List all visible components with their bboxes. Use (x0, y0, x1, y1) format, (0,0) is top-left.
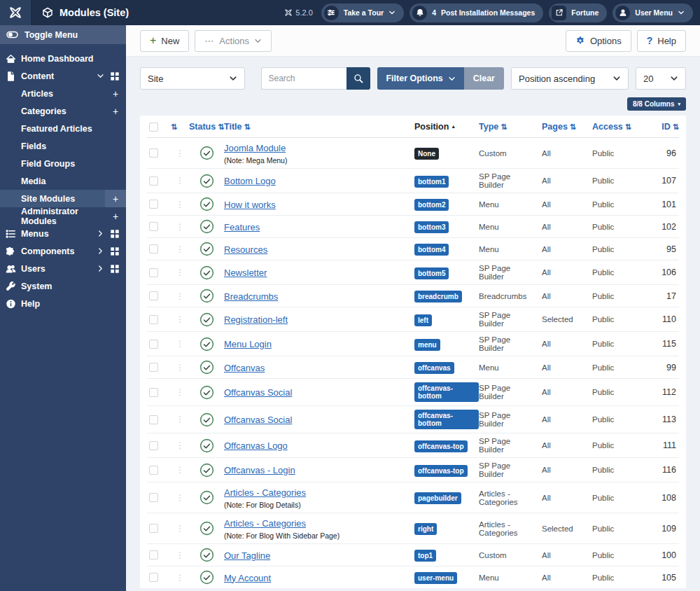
module-title-link[interactable]: Registration-left (224, 314, 288, 325)
drag-handle-icon[interactable]: ⋮ (171, 244, 189, 254)
dashboard-grid-icon[interactable] (110, 264, 120, 274)
row-checkbox[interactable] (149, 415, 158, 424)
sidebar-item-home-dashboard[interactable]: Home Dashboard (0, 50, 126, 67)
row-checkbox[interactable] (149, 550, 158, 559)
status-published-icon[interactable] (200, 174, 214, 188)
drag-handle-icon[interactable]: ⋮ (171, 291, 189, 301)
module-title-link[interactable]: How it works (224, 200, 276, 210)
toggle-menu-button[interactable]: Toggle Menu (0, 25, 126, 44)
row-checkbox[interactable] (149, 466, 158, 475)
add-icon[interactable]: + (105, 102, 126, 120)
help-button[interactable]: ? Help (637, 30, 686, 52)
drag-handle-icon[interactable]: ⋮ (171, 573, 189, 583)
clear-button[interactable]: Clear (464, 67, 504, 90)
drag-handle-icon[interactable]: ⋮ (171, 415, 189, 424)
status-published-icon[interactable] (200, 288, 214, 303)
access-column-header[interactable]: Access⇅ (592, 122, 648, 132)
row-checkbox[interactable] (149, 441, 158, 450)
sidebar-item-components[interactable]: Components (0, 242, 126, 260)
row-checkbox[interactable] (149, 573, 158, 582)
dashboard-grid-icon[interactable] (110, 246, 120, 256)
status-published-icon[interactable] (200, 146, 214, 160)
drag-handle-icon[interactable]: ⋮ (171, 200, 189, 209)
sidebar-item-categories[interactable]: Categories + (0, 102, 126, 120)
sidebar-item-users[interactable]: Users (0, 260, 126, 277)
module-title-link[interactable]: Menu Login (224, 339, 272, 349)
module-title-link[interactable]: Resources (224, 244, 267, 255)
search-input[interactable] (261, 67, 346, 90)
module-title-link[interactable]: Offcanvas Logo (224, 440, 288, 451)
drag-handle-icon[interactable]: ⋮ (171, 363, 189, 373)
sidebar-item-articles[interactable]: Articles + (0, 85, 126, 102)
status-published-icon[interactable] (200, 197, 214, 211)
status-published-icon[interactable] (200, 463, 214, 478)
module-title-link[interactable]: Offcanvas Social (224, 415, 292, 425)
new-button[interactable]: + New (140, 30, 189, 52)
status-published-icon[interactable] (200, 360, 214, 375)
row-checkbox[interactable] (149, 148, 158, 158)
module-title-link[interactable]: Articles - Categories (224, 518, 306, 529)
row-checkbox[interactable] (149, 388, 158, 397)
sidebar-item-menus[interactable]: Menus (0, 225, 126, 242)
row-checkbox[interactable] (149, 268, 158, 277)
module-title-link[interactable]: Our Tagline (224, 550, 270, 561)
user-menu-button[interactable]: User Menu (612, 4, 693, 22)
row-checkbox[interactable] (149, 176, 158, 186)
id-column-header[interactable]: ID⇅ (648, 122, 679, 132)
row-checkbox[interactable] (149, 291, 158, 300)
module-title-link[interactable]: Newsletter (224, 267, 267, 278)
module-title-link[interactable]: My Account (224, 573, 271, 583)
pages-column-header[interactable]: Pages⇅ (542, 122, 592, 132)
status-published-icon[interactable] (200, 570, 214, 585)
sidebar-item-media[interactable]: Media (0, 172, 126, 190)
row-checkbox[interactable] (149, 200, 158, 209)
columns-toggle-button[interactable]: 8/8 Columns ▾ (627, 97, 686, 111)
drag-handle-icon[interactable]: ⋮ (171, 440, 189, 450)
status-published-icon[interactable] (200, 312, 214, 327)
add-icon[interactable]: + (105, 85, 126, 102)
status-published-icon[interactable] (200, 548, 214, 562)
row-checkbox[interactable] (149, 315, 158, 324)
module-title-link[interactable]: Offcanvas - Login (224, 465, 295, 475)
drag-handle-icon[interactable]: ⋮ (171, 524, 189, 534)
drag-handle-icon[interactable]: ⋮ (171, 267, 189, 277)
ordering-column-header[interactable]: ⇅ (171, 123, 189, 132)
status-published-icon[interactable] (200, 385, 214, 400)
search-button[interactable] (346, 67, 370, 90)
joomla-logo[interactable] (0, 0, 31, 25)
drag-handle-icon[interactable]: ⋮ (171, 550, 189, 560)
filter-options-button[interactable]: Filter Options (377, 67, 463, 90)
module-title-link[interactable]: Breadcrumbs (224, 291, 278, 302)
row-checkbox[interactable] (149, 222, 158, 231)
module-title-link[interactable]: Offcanvas Social (224, 387, 292, 398)
status-published-icon[interactable] (200, 521, 214, 536)
limit-select[interactable]: 20 (636, 67, 686, 90)
position-column-header[interactable]: Position▲ (414, 122, 479, 132)
client-select[interactable]: Site (140, 67, 245, 90)
drag-handle-icon[interactable]: ⋮ (171, 148, 189, 158)
drag-handle-icon[interactable]: ⋮ (171, 339, 189, 349)
module-title-link[interactable]: Bottom Logo (224, 176, 276, 186)
row-checkbox[interactable] (149, 340, 158, 349)
drag-handle-icon[interactable]: ⋮ (171, 387, 189, 397)
title-column-header[interactable]: Title⇅ (224, 122, 414, 132)
sort-select[interactable]: Position ascending (511, 67, 629, 90)
dashboard-grid-icon[interactable] (110, 229, 120, 239)
take-a-tour-button[interactable]: Take a Tour (321, 4, 404, 22)
sidebar-item-system[interactable]: System (0, 277, 126, 295)
status-published-icon[interactable] (200, 490, 214, 505)
row-checkbox[interactable] (149, 363, 158, 372)
module-title-link[interactable]: Joomla Module (224, 143, 286, 153)
sidebar-item-content[interactable]: Content (0, 67, 126, 85)
module-title-link[interactable]: Offcanvas (224, 363, 265, 373)
status-published-icon[interactable] (200, 219, 214, 234)
module-title-link[interactable]: Articles - Categories (224, 487, 306, 498)
status-published-icon[interactable] (200, 265, 214, 280)
status-published-icon[interactable] (200, 412, 214, 427)
status-published-icon[interactable] (200, 337, 214, 352)
module-title-link[interactable]: Features (224, 222, 260, 232)
status-published-icon[interactable] (200, 438, 214, 453)
sidebar-item-featured-articles[interactable]: Featured Articles (0, 120, 126, 137)
drag-handle-icon[interactable]: ⋮ (171, 314, 189, 324)
drag-handle-icon[interactable]: ⋮ (171, 493, 189, 503)
